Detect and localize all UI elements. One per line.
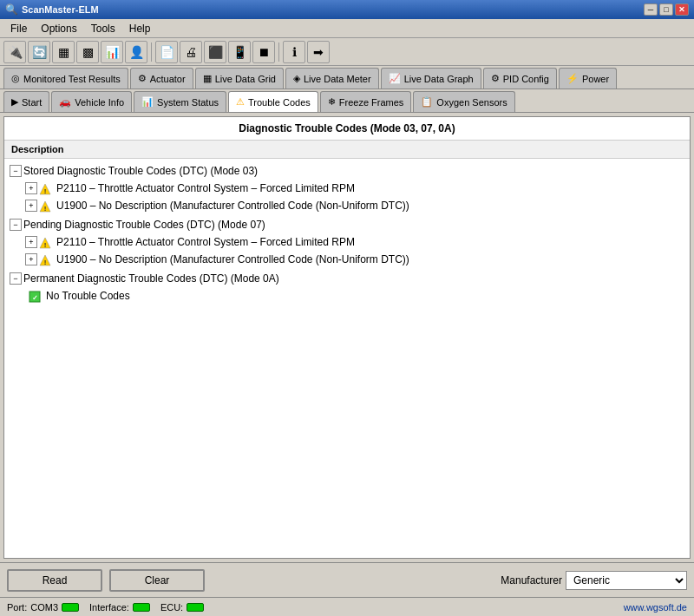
toolbar-sep1 [151, 43, 152, 62]
no-codes-label: No Trouble Codes [46, 288, 130, 304]
tab-power[interactable]: ⚡ Power [559, 68, 617, 88]
tab-vehicle-info[interactable]: 🚗 Vehicle Info [51, 91, 132, 112]
tree-group-stored: − Stored Diagnostic Trouble Codes (DTC) … [8, 162, 686, 214]
tab-start[interactable]: ▶ Start [3, 91, 49, 112]
toolbar-chart[interactable]: 📊 [101, 41, 123, 63]
title-bar-left: 🔍 ScanMaster-ELM [5, 3, 99, 16]
warning-icon-stored-u1900: ! [39, 198, 53, 213]
port-label: Port: [7, 602, 27, 613]
ecu-label: ECU: [160, 602, 183, 613]
title-bar-buttons: ─ □ ✕ [644, 3, 689, 16]
tab-live-data-grid[interactable]: ▦ Live Data Grid [195, 68, 284, 88]
toolbar: 🔌 🔄 ▦ ▩ 📊 👤 📄 🖨 ⬛ 📱 ⏹ ℹ ➡ [0, 38, 694, 66]
status-port: Port: COM3 [7, 602, 79, 613]
tree-group-stored-header[interactable]: − Stored Diagnostic Trouble Codes (DTC) … [8, 162, 686, 180]
permanent-group-label: Permanent Diagnostic Trouble Codes (DTC)… [23, 271, 279, 286]
tree-item-stored-p2110[interactable]: + ! P2110 – Throttle Actuator Control Sy… [8, 180, 686, 197]
tree-group-permanent: − Permanent Diagnostic Trouble Codes (DT… [8, 270, 686, 305]
tree-item-stored-u1900[interactable]: + ! U1900 – No Description (Manufacturer… [8, 197, 686, 214]
pending-group-label: Pending Diagnostic Trouble Codes (DTC) (… [23, 217, 265, 233]
system-status-icon: 📊 [141, 96, 154, 108]
live-data-grid-icon: ▦ [203, 73, 212, 84]
clear-button[interactable]: Clear [109, 569, 205, 592]
menu-bar: File Options Tools Help [0, 19, 694, 38]
toolbar-print[interactable]: 🖨 [180, 41, 202, 63]
main-panel: Diagnostic Trouble Codes (Mode 03, 07, 0… [3, 116, 691, 559]
tree-item-pending-u1900[interactable]: + ! U1900 – No Description (Manufacturer… [8, 251, 686, 268]
tab-monitored[interactable]: ◎ Monitored Test Results [3, 68, 128, 88]
bottom-area: Read Clear Manufacturer Generic Ford GM … [0, 562, 694, 597]
menu-tools[interactable]: Tools [84, 21, 122, 36]
stored-u1900-label: U1900 – No Description (Manufacturer Con… [56, 198, 409, 213]
ecu-led [187, 603, 204, 612]
port-value: COM3 [30, 602, 58, 613]
expand-stored[interactable]: − [10, 165, 22, 177]
tab-trouble-codes[interactable]: ⚠ Trouble Codes [228, 91, 318, 112]
tree-group-pending: − Pending Diagnostic Trouble Codes (DTC)… [8, 216, 686, 268]
tree-header: Description [4, 141, 690, 159]
menu-help[interactable]: Help [122, 21, 158, 36]
tab-freeze-frames[interactable]: ❄ Freeze Frames [320, 91, 412, 112]
warning-icon-pending-p2110: ! [39, 234, 53, 250]
port-led [62, 603, 79, 612]
svg-text:!: ! [44, 187, 47, 194]
tab-live-data-meter[interactable]: ◈ Live Data Meter [285, 68, 379, 88]
toolbar-grid[interactable]: ▦ [52, 41, 75, 63]
expand-pending-u1900[interactable]: + [25, 253, 37, 265]
tree-group-permanent-header[interactable]: − Permanent Diagnostic Trouble Codes (DT… [8, 270, 686, 287]
menu-file[interactable]: File [3, 21, 34, 36]
title-bar: 🔍 ScanMaster-ELM ─ □ ✕ [0, 0, 694, 19]
toolbar-open[interactable]: 🔄 [28, 41, 50, 63]
minimize-button[interactable]: ─ [644, 3, 658, 16]
toolbar-phone[interactable]: 📱 [228, 41, 251, 63]
tabs-row1: ◎ Monitored Test Results ⚙ Actuator ▦ Li… [0, 66, 694, 89]
toolbar-grid2[interactable]: ▩ [76, 41, 99, 63]
warning-icon-pending-u1900: ! [39, 252, 53, 267]
tab-system-status[interactable]: 📊 System Status [134, 91, 226, 112]
stored-p2110-label: P2110 – Throttle Actuator Control System… [56, 180, 355, 196]
tab-live-data-graph[interactable]: 📈 Live Data Graph [381, 68, 481, 88]
tree-group-pending-header[interactable]: − Pending Diagnostic Trouble Codes (DTC)… [8, 216, 686, 233]
live-data-graph-icon: 📈 [389, 73, 401, 84]
toolbar-doc[interactable]: 📄 [155, 41, 178, 63]
toolbar-sep2 [278, 43, 279, 62]
actuator-icon: ⚙ [138, 73, 147, 84]
svg-text:!: ! [44, 258, 47, 265]
pending-p2110-label: P2110 – Throttle Actuator Control System… [56, 234, 355, 250]
interface-label: Interface: [89, 602, 129, 613]
panel-title: Diagnostic Trouble Codes (Mode 03, 07, 0… [4, 117, 690, 141]
toolbar-arrow[interactable]: ➡ [307, 41, 330, 63]
toolbar-new[interactable]: 🔌 [3, 41, 26, 63]
tab-actuator[interactable]: ⚙ Actuator [130, 68, 193, 88]
monitored-icon: ◎ [11, 73, 20, 84]
tree-item-pending-p2110[interactable]: + ! P2110 – Throttle Actuator Control Sy… [8, 233, 686, 251]
toolbar-stop[interactable]: ⏹ [252, 41, 275, 63]
tree-area: − Stored Diagnostic Trouble Codes (DTC) … [4, 159, 690, 558]
status-bar: Port: COM3 Interface: ECU: www.wgsoft.de [0, 597, 694, 616]
maximize-button[interactable]: □ [659, 3, 673, 16]
trouble-codes-icon: ⚠ [236, 96, 245, 108]
read-button[interactable]: Read [7, 569, 102, 592]
expand-pending[interactable]: − [10, 219, 22, 231]
status-interface: Interface: [89, 602, 150, 613]
vehicle-info-icon: 🚗 [59, 96, 71, 108]
oxygen-sensors-icon: 📋 [421, 96, 433, 108]
menu-options[interactable]: Options [34, 21, 83, 36]
app-title: ScanMaster-ELM [22, 4, 99, 15]
tab-pid-config[interactable]: ⚙ PID Config [483, 68, 557, 88]
manufacturer-select[interactable]: Generic Ford GM Toyota Honda [566, 571, 687, 590]
toolbar-info[interactable]: ℹ [283, 41, 305, 63]
app-icon: 🔍 [5, 3, 18, 16]
freeze-frames-icon: ❄ [328, 96, 336, 108]
toolbar-terminal[interactable]: ⬛ [204, 41, 226, 63]
expand-stored-p2110[interactable]: + [25, 182, 37, 194]
expand-stored-u1900[interactable]: + [25, 200, 37, 212]
tabs-row2: ▶ Start 🚗 Vehicle Info 📊 System Status ⚠… [0, 89, 694, 113]
expand-pending-p2110[interactable]: + [25, 236, 37, 248]
pid-config-icon: ⚙ [491, 73, 500, 84]
tab-oxygen-sensors[interactable]: 📋 Oxygen Sensors [413, 91, 514, 112]
toolbar-user[interactable]: 👤 [125, 41, 147, 63]
close-button[interactable]: ✕ [675, 3, 689, 16]
svg-text:✓: ✓ [32, 293, 38, 301]
expand-permanent[interactable]: − [10, 272, 22, 285]
